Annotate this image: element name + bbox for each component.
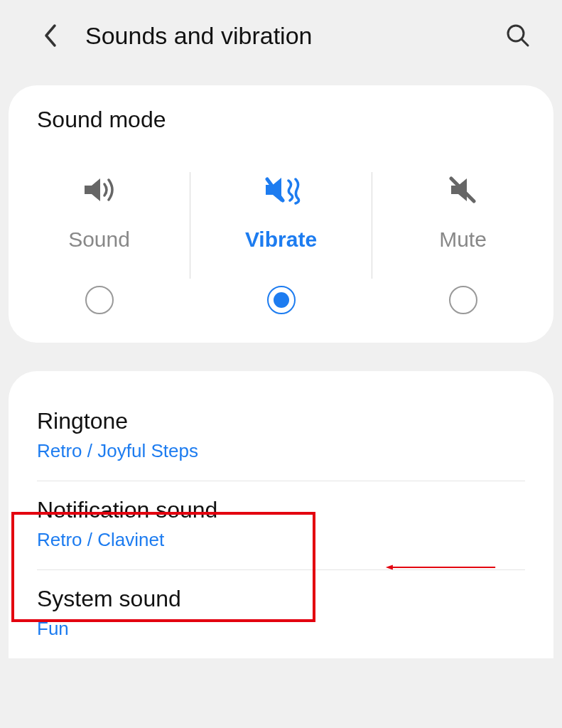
sound-mode-radio-vibrate[interactable]	[267, 286, 296, 314]
sound-mode-card: Sound mode Sound	[9, 85, 553, 343]
back-button[interactable]	[36, 21, 64, 50]
sound-mode-title: Sound mode	[9, 107, 553, 144]
svg-line-1	[522, 39, 528, 46]
ringtone-title: Ringtone	[37, 408, 525, 434]
system-sound-value: Fun	[37, 618, 525, 640]
mute-icon	[447, 172, 480, 208]
ringtone-value: Retro / Joyful Steps	[37, 440, 525, 462]
search-button[interactable]	[502, 20, 534, 51]
notification-sound-value: Retro / Clavinet	[37, 529, 525, 551]
sound-mode-label: Sound	[68, 228, 130, 252]
sound-mode-radio-mute[interactable]	[449, 286, 477, 314]
system-sound-title: System sound	[37, 586, 525, 612]
ringtone-item[interactable]: Ringtone Retro / Joyful Steps	[9, 392, 553, 481]
chevron-left-icon	[43, 23, 57, 48]
notification-sound-title: Notification sound	[37, 497, 525, 523]
sound-mode-radio-sound[interactable]	[85, 286, 114, 314]
header: Sounds and vibration	[0, 0, 562, 71]
system-sound-item[interactable]: System sound Fun	[9, 570, 553, 658]
vibrate-icon	[261, 172, 301, 208]
notification-sound-item[interactable]: Notification sound Retro / Clavinet	[9, 481, 553, 569]
sound-mode-option-sound[interactable]: Sound	[9, 172, 190, 314]
sound-mode-row: Sound Vibrate	[9, 172, 553, 314]
sound-mode-label: Mute	[439, 228, 487, 252]
page-title: Sounds and vibration	[85, 22, 502, 50]
sound-mode-label: Vibrate	[245, 228, 317, 252]
speaker-icon	[82, 172, 117, 208]
radio-dot	[274, 292, 289, 308]
sound-mode-option-mute[interactable]: Mute	[372, 172, 553, 314]
search-icon	[505, 23, 531, 48]
sound-settings-list: Ringtone Retro / Joyful Steps Notificati…	[9, 371, 553, 658]
sound-mode-option-vibrate[interactable]: Vibrate	[190, 172, 372, 314]
